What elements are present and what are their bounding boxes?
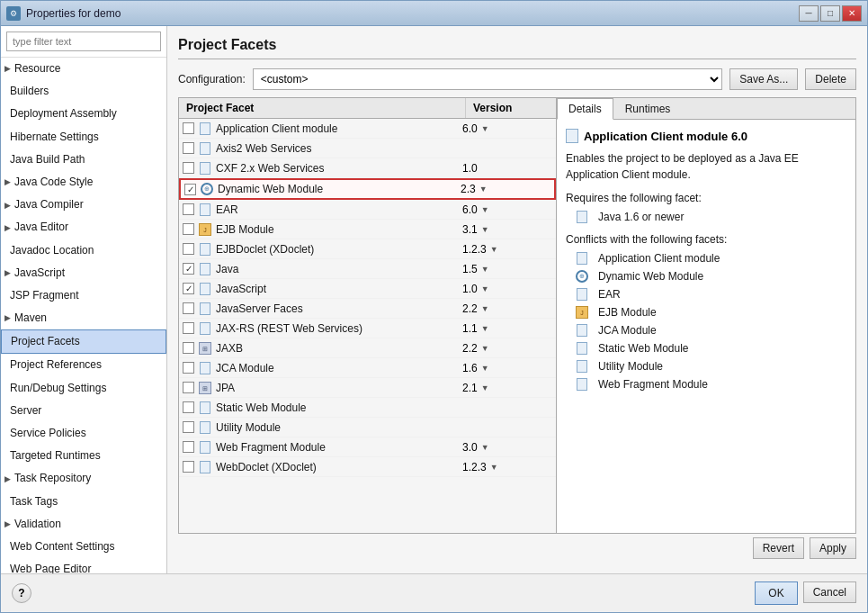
version-dropdown-arrow-icon[interactable]: ▼ (481, 443, 489, 452)
tab-details[interactable]: Details (557, 98, 613, 120)
window-title: Properties for demo (26, 7, 799, 20)
table-row[interactable]: ✓⊕Dynamic Web Module2.3▼ (179, 178, 556, 200)
table-row[interactable]: ⊞JAXB2.2▼ (179, 338, 556, 358)
sidebar-item-project-facets[interactable]: Project Facets (1, 329, 166, 354)
sidebar-item-maven[interactable]: ▶Maven (1, 307, 166, 329)
table-row[interactable]: CXF 2.x Web Services1.0 (179, 158, 556, 178)
help-button[interactable]: ? (12, 583, 31, 603)
version-dropdown-arrow-icon[interactable]: ▼ (481, 383, 489, 392)
table-row[interactable]: WebDoclet (XDoclet)1.2.3▼ (179, 457, 556, 477)
table-row[interactable]: JAX-RS (REST Web Services)1.1▼ (179, 319, 556, 338)
sidebar-item-jsp-fragment[interactable]: JSP Fragment (1, 284, 166, 307)
table-row[interactable]: Static Web Module (179, 398, 556, 418)
sidebar-item-web-content-settings[interactable]: Web Content Settings (1, 536, 166, 558)
facet-checkbox[interactable] (183, 382, 194, 393)
minimize-button[interactable]: ─ (799, 5, 819, 22)
sidebar-item-java-compiler[interactable]: ▶Java Compiler (1, 194, 166, 216)
version-dropdown-arrow-icon[interactable]: ▼ (481, 225, 489, 234)
version-dropdown-arrow-icon[interactable]: ▼ (490, 463, 498, 472)
version-dropdown-arrow-icon[interactable]: ▼ (481, 324, 489, 333)
table-row[interactable]: JEJB Module3.1▼ (179, 220, 556, 239)
sidebar-item-label: Builders (10, 83, 49, 100)
sidebar-item-task-repository[interactable]: ▶Task Repository (1, 467, 166, 490)
table-row[interactable]: JavaServer Faces2.2▼ (179, 299, 556, 319)
sidebar-item-label: Project Facets (11, 333, 80, 350)
version-dropdown-arrow-icon[interactable]: ▼ (481, 124, 489, 133)
expand-arrow-icon: ▶ (4, 473, 11, 485)
sidebar-item-service-policies[interactable]: Service Policies (1, 422, 166, 445)
facet-checkbox[interactable] (183, 162, 194, 174)
facet-checkbox[interactable] (183, 461, 194, 473)
table-row[interactable]: Axis2 Web Services (179, 139, 556, 158)
table-row[interactable]: ✓JavaScript1.0▼ (179, 279, 556, 299)
sidebar-item-label: Javadoc Location (10, 242, 94, 259)
version-dropdown-arrow-icon[interactable]: ▼ (490, 245, 498, 254)
doc-icon (198, 321, 212, 336)
version-dropdown-arrow-icon[interactable]: ▼ (481, 304, 489, 313)
facet-checkbox[interactable] (183, 322, 194, 334)
details-doc-icon (566, 129, 578, 143)
close-button[interactable]: ✕ (842, 5, 862, 22)
sidebar-item-java-code-style[interactable]: ▶Java Code Style (1, 171, 166, 194)
table-row[interactable]: EAR6.0▼ (179, 200, 556, 220)
tab-runtimes[interactable]: Runtimes (613, 98, 683, 119)
sidebar-item-targeted-runtimes[interactable]: Targeted Runtimes (1, 445, 166, 467)
sidebar-item-run/debug-settings[interactable]: Run/Debug Settings (1, 377, 166, 400)
version-dropdown-arrow-icon[interactable]: ▼ (481, 284, 489, 293)
sidebar-item-validation[interactable]: ▶Validation (1, 513, 166, 536)
table-row[interactable]: EJBDoclet (XDoclet)1.2.3▼ (179, 239, 556, 259)
facet-checkbox[interactable] (183, 342, 194, 354)
ok-button[interactable]: OK (755, 581, 797, 605)
sidebar-item-builders[interactable]: Builders (1, 80, 166, 103)
table-row[interactable]: ⊞JPA2.1▼ (179, 378, 556, 398)
sidebar-item-task-tags[interactable]: Task Tags (1, 491, 166, 513)
config-select[interactable]: <custom> (253, 68, 723, 90)
sidebar-item-deployment-assembly[interactable]: Deployment Assembly (1, 103, 166, 125)
version-dropdown-arrow-icon[interactable]: ▼ (479, 185, 488, 194)
facet-checkbox[interactable] (183, 223, 194, 235)
facet-checkbox[interactable] (183, 243, 194, 255)
facet-checkbox[interactable]: ✓ (183, 263, 194, 275)
apply-button[interactable]: Apply (810, 537, 856, 559)
filter-input[interactable] (6, 32, 161, 51)
sidebar-item-java-build-path[interactable]: Java Build Path (1, 149, 166, 171)
save-as-button[interactable]: Save As... (729, 68, 798, 90)
facet-name: Axis2 Web Services (216, 142, 462, 155)
table-row[interactable]: Web Fragment Module3.0▼ (179, 437, 556, 457)
version-dropdown-arrow-icon[interactable]: ▼ (481, 205, 489, 214)
version-dropdown-arrow-icon[interactable]: ▼ (481, 364, 489, 373)
sidebar-item-javascript[interactable]: ▶JavaScript (1, 262, 166, 284)
delete-button[interactable]: Delete (805, 68, 856, 90)
facet-checkbox[interactable] (183, 203, 194, 215)
maximize-button[interactable]: □ (820, 5, 840, 22)
table-row[interactable]: ✓Java1.5▼ (179, 259, 556, 279)
facet-checkbox[interactable] (183, 302, 194, 314)
table-row[interactable]: JCA Module1.6▼ (179, 358, 556, 378)
sidebar-item-java-editor[interactable]: ▶Java Editor (1, 216, 166, 239)
facet-checkbox[interactable] (183, 142, 194, 154)
requires-label: Requires the following facet: (566, 192, 846, 204)
facet-checkbox[interactable]: ✓ (183, 283, 194, 294)
facet-checkbox[interactable] (183, 421, 194, 433)
sidebar-item-javadoc-location[interactable]: Javadoc Location (1, 239, 166, 262)
conflicts-item: Utility Module (566, 359, 846, 374)
facet-checkbox[interactable] (183, 441, 194, 453)
sidebar-item-resource[interactable]: ▶Resource (1, 58, 166, 80)
facet-version: 6.0 (462, 203, 478, 216)
version-dropdown-arrow-icon[interactable]: ▼ (481, 265, 489, 274)
sidebar-item-label: Java Code Style (14, 174, 93, 191)
cancel-button[interactable]: Cancel (803, 581, 856, 603)
sidebar-item-server[interactable]: Server (1, 400, 166, 422)
facet-checkbox[interactable] (183, 362, 194, 374)
sidebar-item-hibernate-settings[interactable]: Hibernate Settings (1, 126, 166, 149)
facet-checkbox[interactable] (183, 122, 194, 134)
jar-icon: J (198, 222, 212, 237)
table-row[interactable]: Application Client module6.0▼ (179, 119, 556, 139)
facet-checkbox[interactable] (183, 401, 194, 413)
revert-button[interactable]: Revert (753, 537, 804, 559)
sidebar-item-web-page-editor[interactable]: Web Page Editor (1, 558, 166, 573)
sidebar-item-project-references[interactable]: Project References (1, 354, 166, 376)
version-dropdown-arrow-icon[interactable]: ▼ (481, 344, 489, 353)
table-row[interactable]: Utility Module (179, 418, 556, 437)
facet-checkbox[interactable]: ✓ (184, 184, 196, 195)
